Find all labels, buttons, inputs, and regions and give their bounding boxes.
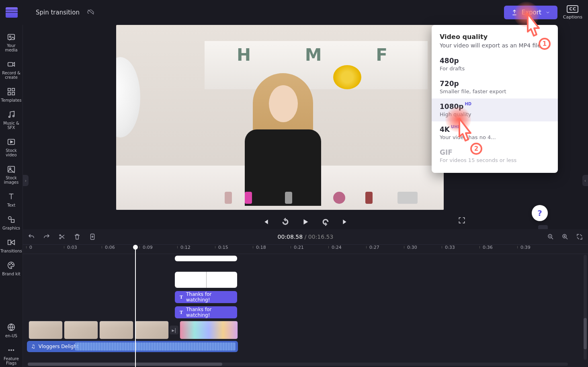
track-text-2[interactable]: T Thanks for watching! — [27, 305, 588, 319]
quality-option-720p[interactable]: 720p Smaller file, faster export — [432, 76, 558, 98]
undo-button[interactable] — [28, 233, 35, 240]
skip-back-button[interactable] — [260, 217, 270, 227]
quality-desc: Your video has no 4... — [440, 134, 550, 140]
text-clip[interactable]: T Thanks for watching! — [175, 306, 237, 318]
music-note-icon: ♫ — [31, 344, 35, 349]
rail-item-label: Music & SFX — [1, 121, 22, 130]
vertical-scrollbar[interactable] — [584, 255, 587, 360]
ruler-tick: 0:36 — [483, 245, 493, 250]
video-preview[interactable]: H M F — [116, 25, 444, 210]
uhd-badge: UHD — [451, 125, 461, 129]
delete-button[interactable] — [74, 233, 81, 240]
app-logo-icon[interactable] — [6, 7, 18, 18]
track-overlay-1[interactable] — [27, 256, 588, 269]
timeline-ruler[interactable]: 0 0:03 0:06 0:09 0:12 0:15 0:18 0:21 0:2… — [23, 244, 588, 254]
ruler-tick: 0:12 — [180, 245, 191, 250]
rail-text[interactable]: Text — [6, 190, 17, 209]
cloud-off-icon[interactable] — [87, 8, 95, 17]
quality-option-4k[interactable]: 4KUHD Your video has no 4... — [432, 121, 558, 144]
video-clip-thumb[interactable] — [29, 321, 63, 339]
video-clip-thumb[interactable] — [64, 321, 98, 339]
image-folder-icon — [6, 32, 16, 42]
svg-point-22 — [13, 349, 14, 351]
quality-option-480p[interactable]: 480p For drafts — [432, 53, 558, 76]
svg-line-0 — [88, 10, 94, 14]
svg-rect-4 — [8, 88, 10, 91]
palette-icon — [6, 260, 16, 270]
timeline-time-display: 00:08.58 / 00:16.53 — [278, 234, 334, 240]
svg-point-23 — [59, 235, 61, 236]
rail-item-label: en-US — [5, 334, 17, 338]
play-button[interactable] — [301, 217, 310, 227]
track-overlay-2[interactable] — [27, 271, 588, 289]
rail-your-media[interactable]: Your media — [0, 31, 23, 54]
svg-point-24 — [59, 238, 61, 239]
text-clip[interactable]: T Thanks for watching! — [175, 291, 237, 303]
rewind-button[interactable] — [281, 217, 290, 227]
ruler-tick: 0 — [29, 245, 32, 250]
export-clip-button[interactable] — [89, 233, 96, 240]
rail-transitions[interactable]: Transitions — [0, 236, 23, 255]
quality-desc: For drafts — [440, 66, 550, 72]
rail-stock-video[interactable]: Stock video — [0, 135, 23, 159]
ruler-tick: 0:03 — [67, 245, 77, 250]
transition-badge-icon[interactable]: ▸| — [170, 326, 178, 334]
total-time: 00:16.53 — [308, 234, 334, 240]
horizontal-scrollbar[interactable] — [28, 363, 568, 366]
fit-timeline-button[interactable] — [576, 233, 583, 240]
captions-label: Captions — [563, 14, 582, 20]
clip-white-small[interactable] — [175, 256, 237, 261]
picture-icon — [6, 164, 16, 174]
rail-record-create[interactable]: Record & create — [0, 58, 23, 81]
audio-clip[interactable]: ♫ Vloggers Delight — [27, 341, 238, 352]
svg-point-18 — [12, 264, 13, 265]
skip-forward-button[interactable] — [341, 217, 350, 227]
preview-decor-letters: H M F — [237, 45, 412, 65]
rail-item-label: Feature Flags — [1, 357, 22, 365]
track-text-1[interactable]: T Thanks for watching! — [27, 290, 588, 304]
captions-button[interactable]: CC Captions — [563, 5, 582, 20]
rail-templates[interactable]: Templates — [0, 85, 23, 104]
dropdown-heading: Video quality — [432, 31, 558, 42]
video-clip-thumb-holo[interactable] — [180, 321, 238, 339]
ruler-tick: 0:27 — [369, 245, 379, 250]
rail-language[interactable]: en-US — [4, 321, 18, 340]
fullscreen-button[interactable] — [458, 216, 467, 226]
track-audio[interactable]: ♫ Vloggers Delight — [27, 341, 588, 352]
rail-graphics[interactable]: Graphics — [2, 213, 21, 232]
zoom-out-button[interactable] — [547, 233, 554, 240]
quality-option-1080p[interactable]: 1080pHD High quality — [432, 98, 558, 121]
scrollbar-thumb[interactable] — [28, 363, 222, 366]
rail-brand-kit[interactable]: Brand kit — [1, 259, 21, 278]
zoom-in-button[interactable] — [561, 233, 569, 240]
rail-feature-flags[interactable]: Feature Flags — [0, 344, 23, 367]
time-separator: / — [305, 234, 307, 240]
ruler-tick: 0:18 — [256, 245, 266, 250]
ruler-tick: 0:24 — [332, 245, 342, 250]
chevron-down-icon — [545, 10, 550, 15]
project-title[interactable]: Spin transition — [36, 9, 80, 16]
rail-stock-images[interactable]: Stock images — [0, 163, 23, 186]
export-button[interactable]: Export — [504, 6, 557, 19]
svg-point-16 — [9, 264, 10, 265]
quality-label: 1080p — [440, 103, 463, 111]
redo-button[interactable] — [43, 233, 50, 240]
forward-button[interactable] — [321, 217, 330, 227]
help-button[interactable]: ? — [532, 205, 548, 221]
clip-white[interactable] — [175, 272, 237, 288]
quality-option-gif[interactable]: GIF For videos 15 seconds or less — [432, 144, 558, 167]
rail-music-sfx[interactable]: Music & SFX — [0, 108, 23, 131]
video-clip-thumb[interactable] — [135, 321, 169, 339]
current-time: 00:08.58 — [278, 234, 303, 240]
ruler-tick: 0:21 — [294, 245, 304, 250]
split-button[interactable] — [58, 233, 66, 240]
video-clip-thumb[interactable] — [99, 321, 133, 339]
music-icon — [6, 110, 16, 119]
track-video[interactable]: ▸| — [27, 321, 588, 339]
playhead[interactable] — [135, 245, 136, 367]
rail-item-label: Brand kit — [2, 272, 20, 276]
globe-icon — [6, 322, 16, 332]
text-icon: T — [180, 294, 183, 300]
scrollbar-thumb[interactable] — [584, 318, 587, 349]
quality-desc: For videos 15 seconds or less — [440, 157, 550, 163]
